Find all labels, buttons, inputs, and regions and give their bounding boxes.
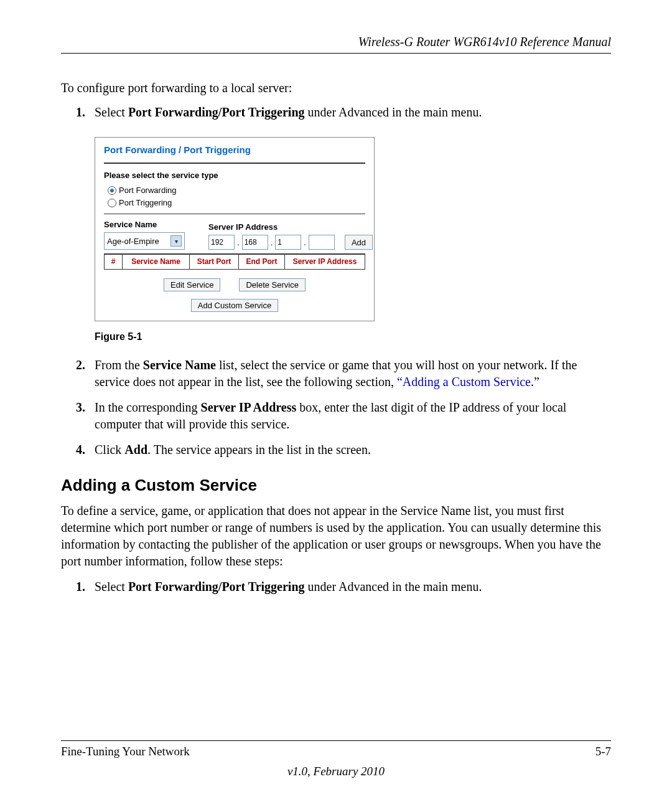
- th-start-port: Start Port: [190, 254, 239, 269]
- step-1: 1. Select Port Forwarding/Port Triggerin…: [91, 104, 611, 343]
- select-type-label: Please select the service type: [104, 170, 365, 181]
- step-1-pre: Select: [95, 105, 128, 119]
- footer-version: v1.0, February 2010: [61, 765, 611, 778]
- add-custom-service-button[interactable]: Add Custom Service: [191, 299, 279, 312]
- adding-custom-service-link[interactable]: “Adding a Custom Service: [397, 375, 531, 389]
- footer-left: Fine-Tuning Your Network: [61, 745, 190, 758]
- services-table: # Service Name Start Port End Port Serve…: [104, 253, 365, 269]
- section-step-1: 1. Select Port Forwarding/Port Triggerin…: [91, 578, 611, 595]
- radio-icon: [108, 199, 116, 207]
- th-service-name: Service Name: [123, 254, 190, 269]
- radio-icon: [108, 186, 116, 195]
- step-1-bold: Port Forwarding/Port Triggering: [128, 105, 305, 119]
- ip-octet-4[interactable]: [309, 235, 335, 250]
- figure-wrap: Port Forwarding / Port Triggering Please…: [95, 137, 611, 343]
- server-ip-label: Server IP Address: [208, 222, 335, 233]
- step-1-post: under Advanced in the main menu.: [305, 105, 482, 119]
- chevron-down-icon: ▾: [170, 235, 182, 247]
- ip-octet-2[interactable]: [242, 235, 268, 250]
- ip-octet-3[interactable]: [275, 235, 301, 250]
- divider: [104, 214, 365, 214]
- service-name-label: Service Name: [104, 219, 185, 230]
- step-2: 2. From the Service Name list, select th…: [91, 357, 611, 390]
- step-3: 3. In the corresponding Server IP Addres…: [91, 399, 611, 433]
- section-heading: Adding a Custom Service: [61, 476, 611, 495]
- radio-port-forwarding[interactable]: Port Forwarding: [108, 185, 365, 196]
- router-panel: Port Forwarding / Port Triggering Please…: [95, 137, 375, 321]
- th-end-port: End Port: [239, 254, 285, 269]
- button-row: Edit Service Delete Service: [104, 278, 365, 291]
- figure-caption: Figure 5-1: [95, 330, 611, 344]
- footer-right: 5-7: [595, 745, 611, 758]
- page-footer: Fine-Tuning Your Network 5-7 v1.0, Febru…: [61, 740, 611, 778]
- steps-list-section: 1. Select Port Forwarding/Port Triggerin…: [61, 578, 611, 595]
- manual-title: Wireless-G Router WGR614v10 Reference Ma…: [358, 35, 611, 49]
- page: Wireless-G Router WGR614v10 Reference Ma…: [0, 0, 672, 807]
- radio-triggering-label: Port Triggering: [119, 197, 172, 209]
- ip-input-group: . . .: [208, 235, 335, 250]
- edit-service-button[interactable]: Edit Service: [164, 278, 220, 291]
- divider: [104, 163, 365, 164]
- th-index: #: [105, 254, 123, 269]
- service-row: Service Name Age-of-Empire ▾ Server IP A…: [104, 219, 365, 250]
- add-button[interactable]: Add: [345, 235, 373, 250]
- service-selected: Age-of-Empire: [107, 236, 159, 247]
- th-server-ip: Server IP Address: [285, 254, 365, 269]
- radio-port-triggering[interactable]: Port Triggering: [108, 197, 365, 209]
- intro-text: To configure port forwarding to a local …: [61, 81, 611, 95]
- radio-forwarding-label: Port Forwarding: [119, 185, 176, 196]
- section-paragraph: To define a service, game, or applicatio…: [61, 503, 611, 570]
- panel-title: Port Forwarding / Port Triggering: [104, 144, 365, 156]
- ip-octet-1[interactable]: [208, 235, 235, 250]
- steps-list-top: 1. Select Port Forwarding/Port Triggerin…: [61, 104, 611, 458]
- page-header: Wireless-G Router WGR614v10 Reference Ma…: [61, 35, 611, 54]
- delete-service-button[interactable]: Delete Service: [239, 278, 306, 291]
- service-name-select[interactable]: Age-of-Empire ▾: [104, 232, 185, 250]
- step-4: 4. Click Add. The service appears in the…: [91, 441, 611, 458]
